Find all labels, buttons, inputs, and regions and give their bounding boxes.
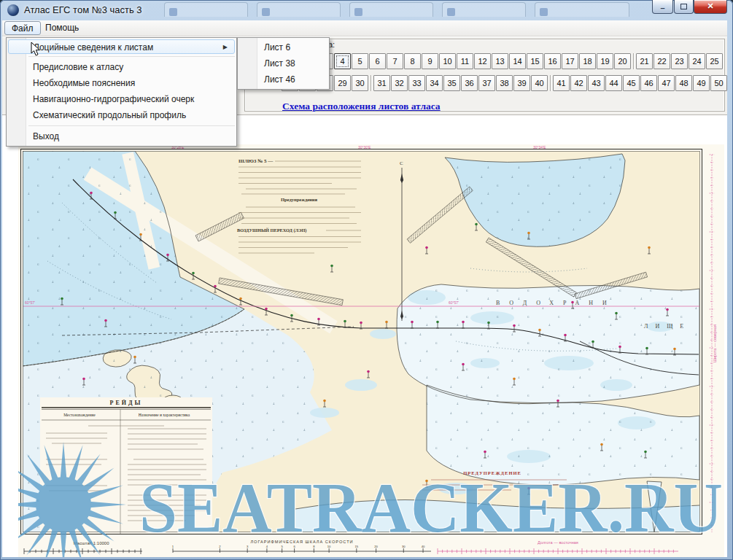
latitude-label: Широта — северная bbox=[713, 324, 717, 362]
sheet-button-17[interactable]: 17 bbox=[562, 53, 578, 69]
menu-separator bbox=[28, 125, 235, 126]
sheet-button-34[interactable]: 34 bbox=[426, 75, 443, 91]
file-menu-item-2[interactable]: Предисловие к атласу bbox=[7, 59, 236, 75]
nautical-chart: 4 6 4 ВОДОХРАНИЛИЩЕ ШЛЮЗ № 5 — Предупреж… bbox=[18, 144, 724, 557]
chart-viewport: 4 6 4 ВОДОХРАНИЛИЩЕ ШЛЮЗ № 5 — Предупреж… bbox=[18, 144, 724, 557]
raids-title: РЕЙДЫ bbox=[110, 400, 143, 406]
sheet-button-39[interactable]: 39 bbox=[513, 75, 530, 91]
client-area: Файл Помощь а: 1234567891011121314151617… bbox=[2, 20, 727, 557]
minimize-icon: – bbox=[660, 2, 664, 14]
sheet-button-13[interactable]: 13 bbox=[492, 53, 508, 69]
sheet-button-37[interactable]: 37 bbox=[478, 75, 495, 91]
sheet-button-43[interactable]: 43 bbox=[588, 75, 605, 91]
sheet-button-46[interactable]: 46 bbox=[640, 75, 657, 91]
file-menu-item-4[interactable]: Навигационно-гидрографический очерк bbox=[7, 91, 236, 107]
warnings-heading: Предупреждения bbox=[281, 197, 318, 202]
sheet-button-45[interactable]: 45 bbox=[623, 75, 640, 91]
raids-col1-header: Местонахождение bbox=[63, 413, 96, 417]
menu-separator bbox=[28, 56, 235, 57]
sheet-button-32[interactable]: 32 bbox=[391, 75, 408, 91]
ghost-window-tab bbox=[257, 2, 341, 17]
sheet-button-15[interactable]: 15 bbox=[527, 53, 543, 69]
toolbar-separator bbox=[371, 75, 372, 91]
lep-heading: ВОЗДУШНЫЙ ПЕРЕХОД (ЛЭП) bbox=[237, 228, 306, 233]
submenu-arrow-icon: ▶ bbox=[223, 40, 228, 55]
ghost-window-tab bbox=[442, 2, 526, 17]
parallel-label-left: 60°57' bbox=[25, 300, 35, 305]
sheet-button-5[interactable]: 5 bbox=[352, 53, 368, 69]
raids-col2-header: Назначение и характеристика bbox=[139, 413, 190, 417]
north-label: С bbox=[400, 160, 403, 166]
parallel-label-mid: 60°57' bbox=[449, 300, 459, 305]
file-menu-item-3[interactable]: Необходимые пояснения bbox=[7, 75, 236, 91]
close-icon: ✕ bbox=[707, 1, 713, 10]
ghost-window-tab bbox=[535, 2, 629, 17]
sheet-button-12[interactable]: 12 bbox=[474, 53, 491, 69]
submenu-item-2[interactable]: Лист 46 bbox=[238, 71, 329, 88]
sheet-button-35[interactable]: 35 bbox=[443, 75, 460, 91]
application-window: Атлас ЕГС том №3 часть 3 – ✕ Файл Помощь… bbox=[0, 0, 733, 560]
sluice-heading: ШЛЮЗ № 5 — bbox=[238, 158, 274, 164]
sheet-button-7[interactable]: 7 bbox=[387, 53, 403, 69]
top-longitude-3: 30°34'Е bbox=[533, 145, 546, 149]
sheet-button-31[interactable]: 31 bbox=[373, 75, 390, 91]
sheet-button-22[interactable]: 22 bbox=[654, 53, 670, 69]
menubar-item-file[interactable]: Файл bbox=[4, 21, 41, 35]
sheet-button-49[interactable]: 49 bbox=[693, 75, 710, 91]
minimize-button[interactable]: – bbox=[652, 0, 673, 14]
ghost-window-tab bbox=[349, 2, 433, 17]
file-menu-item-7[interactable]: Выход bbox=[7, 128, 236, 144]
sheet-button-24[interactable]: 24 bbox=[689, 53, 705, 69]
file-menu-item-5[interactable]: Схематический продольный профиль bbox=[7, 107, 236, 123]
sheet-button-38[interactable]: 38 bbox=[496, 75, 513, 91]
sheet-button-9[interactable]: 9 bbox=[422, 53, 438, 69]
maximize-icon bbox=[680, 4, 687, 9]
submenu-item-1[interactable]: Лист 38 bbox=[238, 55, 329, 71]
sheet-button-14[interactable]: 14 bbox=[509, 53, 526, 69]
menubar-item-help[interactable]: Помощь bbox=[39, 21, 85, 35]
atlas-layout-link[interactable]: Схема расположения листов атласа bbox=[282, 101, 441, 112]
toolbar-separator bbox=[633, 53, 635, 69]
menu-bar: Файл Помощь bbox=[2, 20, 727, 36]
ghost-window-tab bbox=[164, 2, 248, 17]
sheet-button-19[interactable]: 19 bbox=[597, 53, 613, 69]
sheet-button-36[interactable]: 36 bbox=[461, 75, 478, 91]
sheet-button-48[interactable]: 48 bbox=[675, 75, 692, 91]
sheet-button-33[interactable]: 33 bbox=[408, 75, 425, 91]
sheet-button-8[interactable]: 8 bbox=[404, 53, 421, 69]
title-bar[interactable]: Атлас ЕГС том №3 часть 3 – ✕ bbox=[0, 0, 733, 20]
sheet-button-47[interactable]: 47 bbox=[658, 75, 675, 91]
sheet-button-41[interactable]: 41 bbox=[553, 75, 570, 91]
sheet-button-18[interactable]: 18 bbox=[579, 53, 596, 69]
window-title: Атлас ЕГС том №3 часть 3 bbox=[24, 4, 142, 15]
sheet-button-50[interactable]: 50 bbox=[710, 75, 727, 91]
sheet-button-6[interactable]: 6 bbox=[369, 53, 386, 69]
sheet-button-42[interactable]: 42 bbox=[570, 75, 587, 91]
toolbar-separator bbox=[550, 75, 551, 91]
watermark-text: SEATRACKER.RU bbox=[139, 469, 723, 547]
sheet-button-4[interactable]: 4 bbox=[334, 53, 351, 69]
application-icon bbox=[7, 4, 19, 16]
sheet-buttons-row-1: 1234567891011121314151617181920212223242… bbox=[282, 53, 724, 69]
sheet-button-29[interactable]: 29 bbox=[334, 75, 351, 91]
sheet-button-25[interactable]: 25 bbox=[706, 53, 723, 69]
mouse-cursor bbox=[31, 42, 42, 61]
sheet-button-20[interactable]: 20 bbox=[614, 53, 631, 69]
sheet-button-23[interactable]: 23 bbox=[671, 53, 688, 69]
sheets-submenu-popup: Лист 6Лист 38Лист 46 bbox=[237, 37, 330, 90]
close-button[interactable]: ✕ bbox=[694, 0, 727, 14]
submenu-item-0[interactable]: Лист 6 bbox=[238, 39, 329, 55]
maximize-button[interactable] bbox=[674, 0, 694, 14]
reservoir-label-part1: ВОДОХРАНИ bbox=[496, 300, 616, 306]
sheet-button-30[interactable]: 30 bbox=[352, 75, 368, 91]
sheet-button-16[interactable]: 16 bbox=[544, 53, 561, 69]
sheet-button-10[interactable]: 10 bbox=[439, 53, 456, 69]
top-longitude-2: 30°30'Е bbox=[358, 145, 371, 149]
sheet-button-40[interactable]: 40 bbox=[531, 75, 548, 91]
sheet-button-21[interactable]: 21 bbox=[636, 53, 653, 69]
reservoir-label-part2: ЛИЩЕ bbox=[644, 323, 691, 330]
sheet-button-11[interactable]: 11 bbox=[457, 53, 473, 69]
sheet-buttons-row-2: 2627282930313233343536373839404142434445… bbox=[282, 75, 727, 91]
main-area: 4 6 4 ВОДОХРАНИЛИЩЕ ШЛЮЗ № 5 — Предупреж… bbox=[2, 115, 727, 557]
sheet-button-44[interactable]: 44 bbox=[605, 75, 622, 91]
